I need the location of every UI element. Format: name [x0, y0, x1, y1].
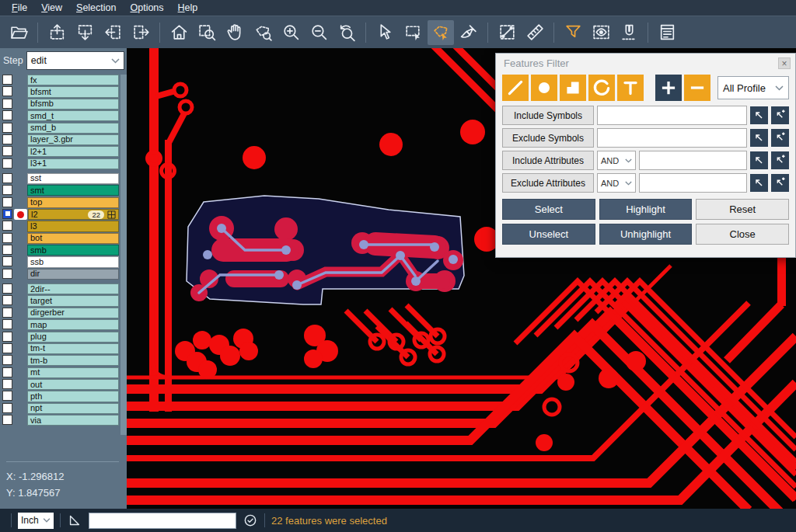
layer-visibility-checkbox[interactable] [2, 332, 12, 342]
layer-active-indicator[interactable] [14, 173, 27, 184]
command-input[interactable] [89, 513, 236, 529]
layer-visibility-checkbox[interactable] [2, 379, 12, 389]
layer-row-dirgerber[interactable]: dirgerber [2, 308, 119, 318]
layer-active-indicator[interactable] [14, 146, 27, 157]
pick-add-attribute-icon[interactable] [771, 151, 789, 169]
close-icon[interactable]: × [778, 57, 791, 69]
layer-name[interactable]: bot [27, 233, 119, 244]
layer-visibility-checkbox[interactable] [2, 256, 12, 266]
layer-name[interactable]: map [27, 319, 119, 330]
layer-active-indicator[interactable] [14, 221, 27, 231]
layer-name[interactable]: npt [27, 403, 119, 414]
layer-active-indicator[interactable] [14, 110, 27, 121]
pick-attribute-icon[interactable] [750, 174, 768, 192]
layer-row-smt[interactable]: smt [2, 185, 119, 196]
view-options-icon[interactable] [588, 20, 614, 45]
layer-visibility-checkbox[interactable] [2, 123, 12, 133]
layer-name[interactable]: l3+1 [27, 158, 119, 169]
layer-visibility-checkbox[interactable] [2, 245, 12, 255]
layer-visibility-checkbox[interactable] [2, 158, 12, 169]
exclude-attributes-button[interactable]: Exclude Attributes [502, 173, 594, 193]
layer-row-bot[interactable]: bot [2, 233, 119, 244]
layer-visibility-checkbox[interactable] [2, 146, 12, 156]
layer-active-indicator[interactable] [14, 185, 27, 196]
layer-active-indicator[interactable] [14, 158, 27, 169]
filter-line-icon[interactable] [502, 75, 529, 101]
add-mode-button[interactable] [655, 75, 682, 101]
layer-visibility-checkbox[interactable] [2, 308, 12, 318]
layer-visibility-checkbox[interactable] [2, 355, 12, 365]
layer-active-indicator[interactable] [14, 355, 27, 366]
layer-visibility-checkbox[interactable] [2, 367, 12, 377]
layer-visibility-checkbox[interactable] [2, 319, 12, 329]
layer-row-via[interactable]: via [2, 415, 119, 426]
include-symbols-button[interactable]: Include Symbols [502, 106, 594, 125]
layer-name[interactable]: bfsmt [27, 86, 119, 97]
open-folder-icon[interactable] [5, 20, 32, 45]
layer-active-indicator[interactable] [14, 269, 27, 280]
layer-row-target[interactable]: target [2, 295, 119, 306]
select-pointer-icon[interactable] [372, 20, 398, 45]
layer-visibility-checkbox[interactable] [2, 295, 12, 305]
refresh-check-icon[interactable] [243, 513, 258, 528]
pick-symbol-icon[interactable] [750, 106, 768, 124]
pick-add-symbol-icon[interactable] [771, 129, 789, 147]
layer-visibility-checkbox[interactable] [2, 343, 12, 353]
layer-row-smd_t[interactable]: smd_t [2, 110, 119, 121]
layer-row-npt[interactable]: npt [2, 403, 119, 414]
layer-active-indicator[interactable] [14, 197, 27, 208]
step-dropdown[interactable]: edit [26, 51, 124, 70]
layer-name[interactable]: pth [27, 391, 119, 402]
report-list-icon[interactable] [654, 20, 680, 45]
layer-active-indicator[interactable] [14, 99, 27, 110]
layer-visibility-checkbox[interactable] [2, 391, 12, 401]
layer-active-indicator[interactable] [14, 245, 27, 256]
clean-selection-icon[interactable] [456, 20, 482, 45]
snap-magnet-icon[interactable] [616, 20, 642, 45]
dialog-title-bar[interactable]: Features Filter × [496, 54, 795, 73]
zoom-previous-icon[interactable] [333, 20, 360, 45]
move-view-down-icon[interactable] [72, 20, 98, 45]
zoom-in-icon[interactable] [278, 20, 304, 45]
layer-name[interactable]: mt [27, 367, 119, 378]
layer-row-top[interactable]: top [2, 197, 119, 208]
layer-row-fx[interactable]: fx [2, 75, 119, 85]
layer-visibility-checkbox[interactable] [2, 269, 12, 279]
layer-name[interactable]: 2dir-- [27, 283, 119, 294]
move-view-right-icon[interactable] [127, 20, 154, 45]
reset-button[interactable]: Reset [696, 199, 789, 220]
layer-active-indicator[interactable] [14, 367, 27, 378]
exclude-attributes-and-dropdown[interactable]: AND [597, 173, 636, 193]
measure-distance-icon[interactable] [494, 20, 520, 45]
exclude-attributes-input[interactable] [639, 173, 747, 193]
move-view-left-icon[interactable] [100, 20, 126, 45]
layer-visibility-checkbox[interactable] [2, 197, 12, 207]
layer-active-indicator[interactable] [14, 391, 27, 402]
layer-row-mt[interactable]: mt [2, 367, 119, 378]
layer-active-indicator[interactable] [14, 283, 27, 294]
remove-mode-button[interactable] [684, 75, 710, 101]
layer-row-out[interactable]: out [2, 379, 119, 390]
pick-add-attribute-icon[interactable] [771, 174, 789, 192]
layer-name[interactable]: fx [27, 75, 119, 85]
layer-row-l3[interactable]: l3 [2, 221, 119, 231]
layer-name[interactable]: smt [27, 185, 119, 196]
layer-row-l3+1[interactable]: l3+1 [2, 158, 119, 169]
layer-row-pth[interactable]: pth [2, 391, 119, 402]
layer-name[interactable]: tm-t [27, 343, 119, 354]
menu-file[interactable]: File [5, 0, 34, 16]
menu-selection[interactable]: Selection [69, 0, 123, 16]
layer-name[interactable]: l2+1 [27, 146, 119, 157]
zoom-window-icon[interactable] [194, 20, 220, 45]
highlight-button[interactable]: Highlight [599, 199, 693, 220]
layer-active-indicator[interactable] [14, 123, 27, 134]
include-attributes-and-dropdown[interactable]: AND [597, 151, 636, 170]
unhighlight-button[interactable]: Unhighlight [599, 224, 693, 245]
layer-visibility-checkbox[interactable] [2, 403, 12, 413]
layer-name[interactable]: dirgerber [27, 308, 119, 318]
select-polygon-icon[interactable] [428, 20, 454, 45]
include-symbols-input[interactable] [597, 106, 747, 125]
layer-active-indicator[interactable] [14, 256, 27, 267]
unselect-button[interactable]: Unselect [502, 224, 595, 245]
menu-help[interactable]: Help [171, 0, 205, 16]
